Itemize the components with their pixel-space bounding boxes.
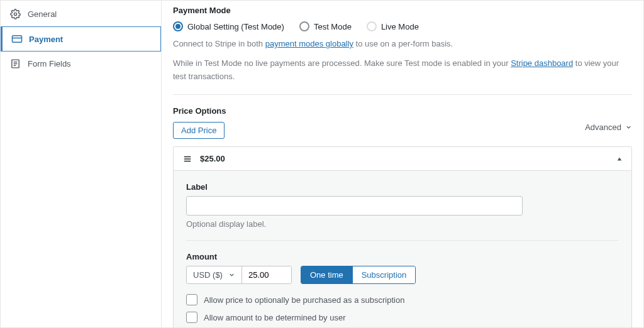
- allow-subscription-checkbox[interactable]: Allow price to optionally be purchased a…: [186, 294, 619, 305]
- note-text: While in Test Mode no live payments are …: [173, 58, 511, 68]
- gear-icon: [10, 9, 21, 19]
- form-icon: [10, 58, 21, 69]
- price-card: $25.00 Label Optional display label. Amo…: [173, 146, 632, 327]
- payment-mode-note: While in Test Mode no live payments are …: [173, 57, 632, 84]
- radio-icon: [299, 21, 309, 31]
- price-card-body: Label Optional display label. Amount USD…: [174, 170, 631, 327]
- radio-icon: [367, 21, 377, 31]
- svg-marker-10: [618, 157, 622, 160]
- settings-sidebar: General Payment Form Fields: [1, 1, 162, 327]
- radio-global-setting[interactable]: Global Setting (Test Mode): [173, 21, 284, 31]
- subscription-button[interactable]: Subscription: [352, 266, 416, 283]
- radio-test-mode[interactable]: Test Mode: [299, 21, 352, 31]
- one-time-button[interactable]: One time: [301, 266, 352, 283]
- sidebar-item-label: Form Fields: [28, 59, 71, 68]
- payment-modes-link[interactable]: payment modes globally: [265, 39, 353, 48]
- helper-text: to use on a per-form basis.: [353, 39, 453, 48]
- advanced-label: Advanced: [585, 123, 621, 132]
- svg-rect-1: [13, 36, 22, 43]
- label-hint: Optional display label.: [186, 219, 619, 229]
- checkbox-label: Allow amount to be determined by user: [204, 313, 345, 322]
- amount-field-title: Amount: [186, 252, 619, 261]
- payment-mode-radio-group: Global Setting (Test Mode) Test Mode Liv…: [173, 21, 632, 31]
- divider: [173, 94, 632, 95]
- checkbox-icon: [186, 294, 197, 305]
- credit-card-icon: [11, 33, 23, 45]
- svg-point-0: [14, 13, 16, 15]
- collapse-icon[interactable]: [616, 156, 623, 162]
- label-field-title: Label: [186, 182, 619, 192]
- radio-live-mode[interactable]: Live Mode: [367, 21, 419, 31]
- currency-value: USD ($): [193, 270, 223, 280]
- stripe-dashboard-link[interactable]: Stripe dashboard: [511, 58, 573, 68]
- helper-text: Connect to Stripe in both: [173, 39, 265, 48]
- add-price-button[interactable]: Add Price: [173, 122, 225, 139]
- chevron-down-icon: [625, 124, 632, 131]
- billing-type-toggle: One time Subscription: [301, 266, 416, 284]
- price-options-title: Price Options: [173, 106, 226, 116]
- sidebar-item-label: Payment: [29, 35, 63, 44]
- payment-mode-title: Payment Mode: [173, 6, 632, 15]
- amount-input[interactable]: [242, 266, 291, 283]
- price-card-header[interactable]: $25.00: [174, 147, 631, 170]
- radio-label: Global Setting (Test Mode): [187, 22, 284, 31]
- price-amount-display: $25.00: [200, 154, 225, 163]
- currency-select[interactable]: USD ($): [187, 266, 242, 283]
- label-input[interactable]: [186, 196, 523, 216]
- radio-label: Test Mode: [314, 22, 352, 31]
- sidebar-item-payment[interactable]: Payment: [1, 26, 161, 52]
- divider: [186, 240, 619, 241]
- sidebar-item-form-fields[interactable]: Form Fields: [1, 52, 161, 76]
- advanced-toggle[interactable]: Advanced: [585, 123, 632, 132]
- chevron-down-icon: [228, 271, 235, 278]
- payment-mode-helper: Connect to Stripe in both payment modes …: [173, 38, 632, 51]
- drag-handle-icon[interactable]: [182, 155, 192, 163]
- sidebar-item-label: General: [28, 9, 57, 19]
- radio-icon: [173, 21, 183, 31]
- checkbox-icon: [186, 312, 197, 323]
- checkbox-label: Allow price to optionally be purchased a…: [204, 295, 404, 305]
- main-panel: Payment Mode Global Setting (Test Mode) …: [162, 1, 643, 327]
- radio-label: Live Mode: [381, 22, 419, 31]
- amount-input-group: USD ($): [186, 266, 292, 284]
- allow-user-amount-checkbox[interactable]: Allow amount to be determined by user: [186, 312, 619, 323]
- sidebar-item-general[interactable]: General: [1, 2, 161, 26]
